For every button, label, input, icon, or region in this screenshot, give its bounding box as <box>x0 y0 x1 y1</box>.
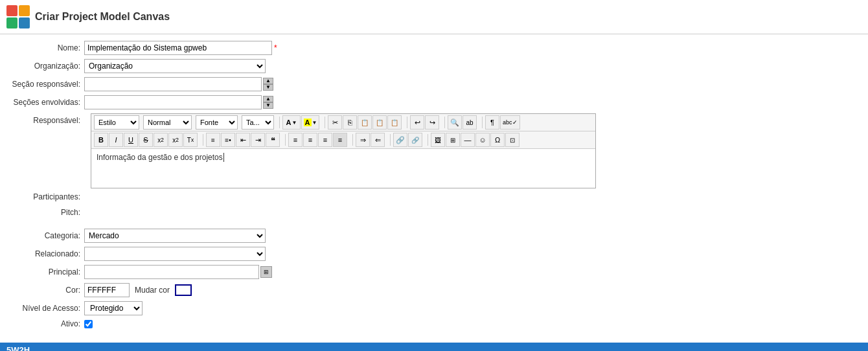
toolbar-text-style-group: B I U S x2 x2 Tx <box>94 133 198 147</box>
cor-input[interactable] <box>84 283 130 297</box>
align-right-btn[interactable]: ≡ <box>318 133 332 147</box>
toolbar-color-group: A ▼ A ▼ <box>282 115 319 130</box>
app-header: Criar Project Model Canvas <box>0 0 868 34</box>
editor-body[interactable]: Informação da gestão e dos projetos <box>91 149 595 188</box>
ativo-checkbox[interactable] <box>84 320 93 328</box>
copy-btn[interactable]: ⎘ <box>343 115 357 130</box>
font-bg-btn[interactable]: A ▼ <box>301 115 319 130</box>
unlink-btn[interactable]: 🔗 <box>408 133 422 147</box>
iframe-btn[interactable]: ⊡ <box>505 133 520 147</box>
redo-btn[interactable]: ↪ <box>425 115 439 130</box>
responsavel-row: Responsável: Estilo Normal <box>0 113 868 188</box>
nivel-acesso-label: Nível de Acesso: <box>6 304 84 313</box>
table-btn[interactable]: ⊞ <box>446 133 460 147</box>
toolbar-style-group: Estilo <box>94 115 139 130</box>
main-content: Nome: * Organização: Organização Seção r… <box>0 34 868 351</box>
superscript-btn[interactable]: x2 <box>168 133 183 147</box>
format-btn[interactable]: ¶ <box>485 115 499 130</box>
font-color-dropdown-icon: ▼ <box>292 120 297 126</box>
outdent-btn[interactable]: ⇤ <box>236 133 250 147</box>
toolbar-size-group: Ta... <box>242 115 274 130</box>
cut-btn[interactable]: ✂ <box>328 115 342 130</box>
page-title: Criar Project Model Canvas <box>35 11 170 23</box>
nome-required: * <box>274 43 277 52</box>
secao-responsavel-down-btn[interactable]: ▼ <box>263 84 273 91</box>
toolbar-format-group: Normal <box>143 115 192 130</box>
toolbar-row1: Estilo Normal Fonte <box>91 114 595 131</box>
logo-cell-2 <box>19 5 30 16</box>
section-5w2h-header: 5W2H <box>0 343 868 351</box>
bidi-rtl-btn[interactable]: ⇐ <box>371 133 385 147</box>
divider-5 <box>482 117 483 128</box>
subscript-btn[interactable]: x2 <box>154 133 168 147</box>
logo-cell-3 <box>6 17 17 28</box>
secoes-envolvidas-up-btn[interactable]: ▲ <box>263 96 273 102</box>
style-select[interactable]: Estilo <box>94 115 139 130</box>
pitch-label: Pitch: <box>6 205 84 217</box>
special-char-btn[interactable]: Ω <box>490 133 505 147</box>
ol-btn[interactable]: ≡ <box>206 133 220 147</box>
align-center-btn[interactable]: ≡ <box>303 133 317 147</box>
principal-label: Principal: <box>6 267 84 277</box>
smiley-btn[interactable]: ☺ <box>475 133 490 147</box>
spellcheck-btn[interactable]: abc✓ <box>500 115 520 130</box>
align-justify-btn[interactable]: ≡ <box>333 133 347 147</box>
toolbar-clipboard-group: ✂ ⎘ 📋 📋 📋 <box>328 115 402 130</box>
section-5w2h-title: 5W2H <box>6 345 30 351</box>
editor-content: Informação da gestão e dos projetos <box>97 153 223 162</box>
divider-10 <box>428 134 428 146</box>
logo-cell-1 <box>6 5 17 16</box>
nivel-acesso-select[interactable]: Protegido <box>84 301 143 315</box>
bidi-ltr-btn[interactable]: ⇒ <box>356 133 370 147</box>
editor-container: Estilo Normal Fonte <box>91 113 596 188</box>
size-select[interactable]: Ta... <box>242 115 274 130</box>
replace-btn[interactable]: ab <box>463 115 477 130</box>
toolbar-search-group: 🔍 ab <box>448 115 477 130</box>
relacionado-row: Relacionado: <box>0 247 868 261</box>
principal-input[interactable] <box>84 265 259 279</box>
font-select[interactable]: Fonte <box>196 115 238 130</box>
paste-word-btn[interactable]: 📋 <box>387 115 402 130</box>
format-select[interactable]: Normal <box>143 115 192 130</box>
principal-icon-btn[interactable]: ⊞ <box>260 266 272 278</box>
secoes-envolvidas-down-btn[interactable]: ▼ <box>263 102 273 109</box>
image-btn[interactable]: 🖼 <box>431 133 445 147</box>
categoria-select[interactable]: Mercado <box>84 229 266 243</box>
categoria-label: Categoria: <box>6 231 84 240</box>
divider-6 <box>203 134 203 146</box>
removeformat-btn[interactable]: Tx <box>183 133 198 147</box>
font-color-btn[interactable]: A ▼ <box>282 115 301 130</box>
italic-btn[interactable]: I <box>109 133 123 147</box>
toolbar-list-group: ≡ ≡• ⇤ ⇥ ❝ <box>206 133 280 147</box>
bold-btn[interactable]: B <box>94 133 108 147</box>
link-btn[interactable]: 🔗 <box>393 133 407 147</box>
secao-responsavel-up-btn[interactable]: ▲ <box>263 78 273 84</box>
font-color-icon: A <box>286 119 291 126</box>
nome-input[interactable] <box>84 41 272 55</box>
color-swatch[interactable] <box>175 284 192 296</box>
paste-text-btn[interactable]: 📋 <box>372 115 387 130</box>
toolbar-misc-group: ¶ abc✓ <box>485 115 520 130</box>
form-section: Nome: * Organização: Organização Seção r… <box>0 34 868 339</box>
underline-btn[interactable]: U <box>124 133 138 147</box>
divider-3 <box>407 117 407 128</box>
logo-cell-4 <box>19 17 30 28</box>
divider-8 <box>352 134 353 146</box>
secoes-envolvidas-input[interactable] <box>84 95 262 109</box>
indent-btn[interactable]: ⇥ <box>251 133 265 147</box>
find-btn[interactable]: 🔍 <box>448 115 462 130</box>
secao-responsavel-input[interactable] <box>84 77 262 91</box>
hrule-btn[interactable]: — <box>461 133 475 147</box>
strikethrough-btn[interactable]: S <box>139 133 153 147</box>
align-left-btn[interactable]: ≡ <box>288 133 303 147</box>
relacionado-select[interactable] <box>84 247 266 261</box>
toolbar-align-group: ≡ ≡ ≡ ≡ <box>288 133 347 147</box>
divider-9 <box>390 134 391 146</box>
blockquote-btn[interactable]: ❝ <box>266 133 280 147</box>
participantes-label: Participantes: <box>6 192 84 201</box>
ul-btn[interactable]: ≡• <box>221 133 235 147</box>
ativo-label: Ativo: <box>6 319 84 328</box>
paste-btn[interactable]: 📋 <box>358 115 372 130</box>
undo-btn[interactable]: ↩ <box>410 115 424 130</box>
organizacao-select[interactable]: Organização <box>84 59 266 73</box>
